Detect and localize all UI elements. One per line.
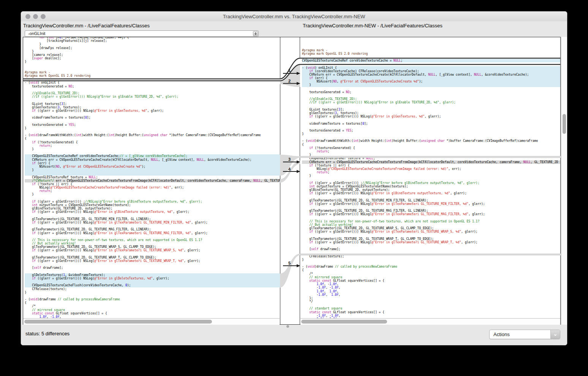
code-line (302, 118, 560, 122)
code-line: CVReturn err = CVOpenGLESTextureCacheCre… (302, 73, 560, 76)
code-line: [super dealloc]; (25, 57, 280, 60)
function-selector-dropdown[interactable]: -onGLInit (25, 30, 259, 37)
code-line: if ((glerr = glGetError())) NSLog(@"Erro… (302, 115, 560, 118)
vertical-scrollbar[interactable] (561, 37, 567, 325)
code-line: videoFrameTexture = textures[0]; (25, 116, 280, 119)
code-line (302, 195, 560, 198)
code-line: CVOpenGLESTextureCacheFlush(coreVideoTex… (25, 284, 280, 287)
splitter-grip-dot[interactable] (286, 325, 289, 328)
code-line: { (302, 268, 560, 272)
code-line (302, 87, 560, 90)
vertical-scrollbar-thumb[interactable] (563, 114, 566, 134)
code-line: if ((glerr = glGetError())) NSLog(@"Erro… (302, 192, 560, 195)
code-line (302, 62, 560, 66)
code-line: if ((glerr = glGetError())) NSLog(@"Erro… (302, 241, 560, 244)
code-line: glTexParameteri(GL_TEXTURE_2D, GL_TEXTUR… (25, 228, 280, 231)
code-line: // This is necessary for non-power-of-tw… (302, 220, 560, 223)
code-line: if ((glerr = glGetError())) ;//NSLog(@"E… (302, 181, 560, 185)
code-line: //glEnable(GL_TEXTURE_2D); (302, 97, 560, 101)
filemerge-window: TrackingViewController.mm vs. TrackingVi… (21, 11, 567, 345)
stepper-icon[interactable] (253, 31, 258, 36)
code-line: // standart square (302, 307, 560, 310)
code-line (25, 224, 280, 228)
code-line: glTexParameteri(GL_TEXTURE_2D, GL_TEXTUR… (302, 209, 560, 213)
left-code-lines: for (int j=0; j<FSDK_FACIAL_FEATURE_COUN… (23, 37, 280, 322)
code-line: #pragma mark - (302, 49, 560, 52)
code-line (302, 94, 560, 97)
code-line: NSLog(@"CVOpenGLESTextureCacheCreateText… (302, 167, 560, 171)
code-line (302, 125, 560, 129)
code-line: glTexParameteri(GL_TEXTURE_2D, GL_TEXTUR… (302, 199, 560, 202)
code-line: //if ((glerr = glGetError())) NSLog(@"Er… (302, 101, 560, 104)
code-line: if (coreVideoTextureCache) CFRelease(cor… (302, 70, 560, 73)
code-line: glTexParameteri(GL_TEXTURE_2D, GL_TEXTUR… (302, 237, 560, 241)
code-line: if (err) { (302, 76, 560, 80)
code-line: [camera release]; (25, 53, 280, 57)
code-line: { (25, 137, 280, 140)
code-line: // But actually working! (25, 242, 280, 245)
left-horizontal-scrollbar-thumb[interactable] (24, 320, 212, 324)
code-line: 1.0f, -1.0f, (302, 282, 560, 286)
code-line (302, 136, 560, 139)
code-line: */ (302, 300, 560, 303)
code-line: return; (25, 189, 280, 193)
code-line: } (25, 50, 280, 53)
code-line (25, 172, 280, 175)
code-line: if ((glerr = glGetError())) NSLog(@"Erro… (25, 221, 280, 224)
code-line (25, 130, 280, 133)
code-line (25, 294, 280, 298)
code-line: static const GLfloat squareVertices[] = … (25, 312, 280, 315)
code-line: [self drawFrame]; (25, 266, 280, 270)
left-code-pane[interactable]: for (int j=0; j<FSDK_FACIAL_FEATURE_COUN… (23, 37, 280, 324)
code-line: CVOpenGLESTextureCacheRef coreVideoTextu… (25, 154, 280, 158)
code-line: return; (302, 171, 560, 174)
code-line: // This is necessary for non-power-of-tw… (25, 238, 280, 242)
code-line: if ((glerr = glGetError())) ;//NSLog(@"E… (25, 200, 280, 203)
code-line: { (302, 143, 560, 146)
right-code-lines: #pragma mark -#pragma mark OpenGL ES 2.0… (300, 38, 560, 324)
right-horizontal-scrollbar-thumb[interactable] (301, 320, 387, 324)
code-line (25, 270, 280, 273)
code-line: if (!texturesGenerated) { (25, 141, 280, 144)
code-line: CVReturn err = CVOpenGLESTextureCacheCre… (25, 158, 280, 162)
code-line (25, 151, 280, 154)
right-horizontal-scrollbar[interactable] (300, 318, 560, 325)
code-line: - (void)drawFrame // called by processNe… (302, 265, 560, 268)
code-line (302, 244, 560, 247)
status-text: status: 5 differences (25, 331, 70, 336)
code-line: if ((glerr = glGetError())) NSLog(@"Erro… (302, 202, 560, 206)
code-line (25, 235, 280, 238)
code-line: if ((glerr = glGetError())) NSLog(@"Erro… (25, 249, 280, 252)
code-line: return; (302, 150, 560, 153)
code-line: if (!texture || err) { (25, 182, 280, 186)
code-line: if ((glerr = glGetError())) NSLog(@"Erro… (25, 232, 280, 235)
code-line (302, 178, 560, 181)
right-file-path: TrackingViewController.mm-NEW - /LiveFac… (303, 23, 443, 29)
left-horizontal-scrollbar[interactable] (23, 318, 280, 325)
left-file-path: TrackingViewController.mm - /LiveFacialF… (23, 23, 150, 29)
code-line (302, 251, 560, 254)
code-line: //if ((glerr = glGetError())) NSLog(@"Er… (25, 95, 280, 98)
code-line (302, 38, 560, 41)
code-line (25, 280, 280, 284)
code-line: texturesGenerated = NO; (302, 90, 560, 94)
code-line: GLuint textures[3]; (25, 102, 280, 106)
code-line: texturesGenerated = YES; (302, 129, 560, 132)
chevron-down-icon: ⌄ (550, 330, 560, 339)
code-line: CVOpenGLESTextureCacheRef coreVideoTextu… (302, 59, 560, 62)
code-line: glTexParameteri(GL_TEXTURE_2D, GL_TEXTUR… (25, 245, 280, 249)
title-bar[interactable]: TrackingViewController.mm vs. TrackingVi… (21, 11, 567, 21)
status-bar: status: 5 differences Actions ⌄ (21, 325, 567, 345)
code-line: } (25, 127, 280, 130)
actions-dropdown-button[interactable]: Actions ⌄ (489, 330, 560, 339)
code-line: glTexParameteri(GL_TEXTURE_2D, GL_TEXTUR… (25, 217, 280, 221)
code-line: CFRelease(texture); (302, 255, 560, 258)
code-line (25, 120, 280, 123)
code-line: glGenTextures(3, textures); (302, 111, 560, 115)
right-code-pane[interactable]: #pragma mark -#pragma mark OpenGL ES 2.0… (300, 37, 560, 324)
code-line: glGenTextures(3, textures); (25, 106, 280, 109)
code-line: glBindTexture(GL_TEXTURE_2D, outputTextu… (302, 188, 560, 192)
code-line (302, 206, 560, 209)
code-line: int outputTexture = CVOpenGLESTextureGet… (25, 203, 280, 207)
code-line: #pragma mark OpenGL ES 2.0 rendering (302, 52, 560, 56)
